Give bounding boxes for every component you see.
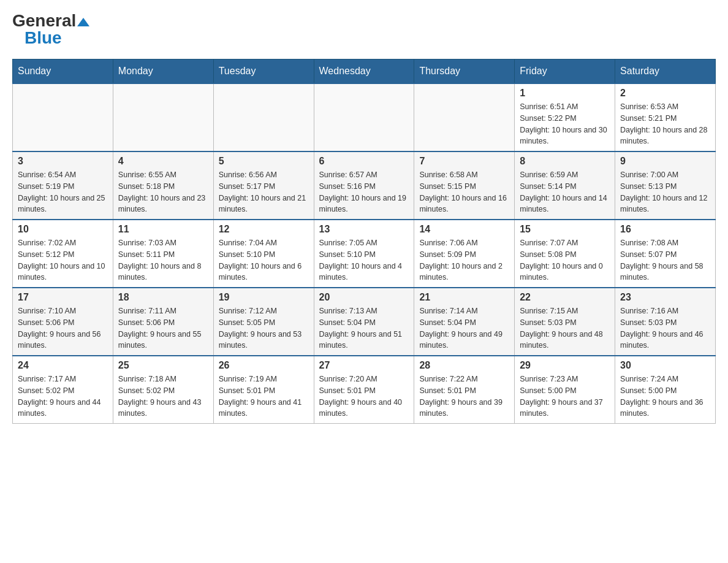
- calendar-cell-5-1: 24Sunrise: 7:17 AMSunset: 5:02 PMDayligh…: [13, 356, 113, 424]
- calendar-cell-4-5: 21Sunrise: 7:14 AMSunset: 5:04 PMDayligh…: [414, 288, 515, 356]
- day-number: 9: [620, 156, 710, 167]
- calendar-cell-2-1: 3Sunrise: 6:54 AMSunset: 5:19 PMDaylight…: [13, 151, 113, 220]
- calendar-cell-1-5: [414, 83, 515, 151]
- day-info: Sunrise: 7:12 AMSunset: 5:05 PMDaylight:…: [219, 305, 309, 351]
- day-info: Sunrise: 6:57 AMSunset: 5:16 PMDaylight:…: [319, 169, 409, 215]
- weekday-header-monday: Monday: [113, 59, 213, 84]
- day-number: 21: [419, 292, 509, 303]
- day-info: Sunrise: 6:56 AMSunset: 5:17 PMDaylight:…: [219, 169, 309, 215]
- day-number: 22: [520, 292, 610, 303]
- day-info: Sunrise: 7:07 AMSunset: 5:08 PMDaylight:…: [520, 237, 610, 283]
- weekday-header-sunday: Sunday: [13, 59, 113, 84]
- calendar-cell-2-7: 9Sunrise: 7:00 AMSunset: 5:13 PMDaylight…: [615, 151, 716, 220]
- day-number: 26: [219, 360, 309, 371]
- day-info: Sunrise: 7:13 AMSunset: 5:04 PMDaylight:…: [319, 305, 409, 351]
- day-number: 29: [520, 360, 610, 371]
- calendar-cell-1-2: [113, 83, 213, 151]
- day-number: 20: [319, 292, 409, 303]
- calendar-cell-5-6: 29Sunrise: 7:23 AMSunset: 5:00 PMDayligh…: [515, 356, 615, 424]
- day-number: 5: [219, 156, 309, 167]
- day-info: Sunrise: 7:02 AMSunset: 5:12 PMDaylight:…: [18, 237, 108, 283]
- calendar-cell-4-1: 17Sunrise: 7:10 AMSunset: 5:06 PMDayligh…: [13, 288, 113, 356]
- calendar-cell-3-5: 14Sunrise: 7:06 AMSunset: 5:09 PMDayligh…: [414, 220, 515, 288]
- day-info: Sunrise: 6:54 AMSunset: 5:19 PMDaylight:…: [18, 169, 108, 215]
- calendar-cell-2-2: 4Sunrise: 6:55 AMSunset: 5:18 PMDaylight…: [113, 151, 213, 220]
- week-row-1: 1Sunrise: 6:51 AMSunset: 5:22 PMDaylight…: [13, 83, 716, 151]
- day-number: 13: [319, 224, 409, 235]
- day-info: Sunrise: 7:05 AMSunset: 5:10 PMDaylight:…: [319, 237, 409, 283]
- calendar-cell-5-7: 30Sunrise: 7:24 AMSunset: 5:00 PMDayligh…: [615, 356, 716, 424]
- weekday-header-wednesday: Wednesday: [314, 59, 414, 84]
- weekday-header-row: SundayMondayTuesdayWednesdayThursdayFrid…: [13, 59, 716, 84]
- day-number: 27: [319, 360, 409, 371]
- calendar-cell-4-2: 18Sunrise: 7:11 AMSunset: 5:06 PMDayligh…: [113, 288, 213, 356]
- day-info: Sunrise: 7:11 AMSunset: 5:06 PMDaylight:…: [118, 305, 208, 351]
- day-number: 10: [18, 224, 108, 235]
- logo: General Blue: [12, 12, 89, 47]
- day-info: Sunrise: 7:14 AMSunset: 5:04 PMDaylight:…: [419, 305, 509, 351]
- calendar-table: SundayMondayTuesdayWednesdayThursdayFrid…: [12, 59, 716, 424]
- week-row-5: 24Sunrise: 7:17 AMSunset: 5:02 PMDayligh…: [13, 356, 716, 424]
- day-info: Sunrise: 7:17 AMSunset: 5:02 PMDaylight:…: [18, 373, 108, 419]
- day-number: 23: [620, 292, 710, 303]
- weekday-header-thursday: Thursday: [414, 59, 515, 84]
- weekday-header-tuesday: Tuesday: [213, 59, 314, 84]
- day-info: Sunrise: 7:10 AMSunset: 5:06 PMDaylight:…: [18, 305, 108, 351]
- week-row-4: 17Sunrise: 7:10 AMSunset: 5:06 PMDayligh…: [13, 288, 716, 356]
- day-number: 18: [118, 292, 208, 303]
- page-header: General Blue: [12, 12, 716, 47]
- day-info: Sunrise: 6:59 AMSunset: 5:14 PMDaylight:…: [520, 169, 610, 215]
- weekday-header-friday: Friday: [515, 59, 615, 84]
- day-number: 19: [219, 292, 309, 303]
- calendar-cell-3-6: 15Sunrise: 7:07 AMSunset: 5:08 PMDayligh…: [515, 220, 615, 288]
- calendar-cell-5-3: 26Sunrise: 7:19 AMSunset: 5:01 PMDayligh…: [213, 356, 314, 424]
- day-info: Sunrise: 7:22 AMSunset: 5:01 PMDaylight:…: [419, 373, 509, 419]
- day-info: Sunrise: 6:55 AMSunset: 5:18 PMDaylight:…: [118, 169, 208, 215]
- day-info: Sunrise: 7:08 AMSunset: 5:07 PMDaylight:…: [620, 237, 710, 283]
- calendar-cell-5-2: 25Sunrise: 7:18 AMSunset: 5:02 PMDayligh…: [113, 356, 213, 424]
- calendar-cell-3-3: 12Sunrise: 7:04 AMSunset: 5:10 PMDayligh…: [213, 220, 314, 288]
- day-info: Sunrise: 7:04 AMSunset: 5:10 PMDaylight:…: [219, 237, 309, 283]
- day-number: 24: [18, 360, 108, 371]
- calendar-cell-1-1: [13, 83, 113, 151]
- calendar-cell-4-6: 22Sunrise: 7:15 AMSunset: 5:03 PMDayligh…: [515, 288, 615, 356]
- day-number: 30: [620, 360, 710, 371]
- calendar-cell-4-3: 19Sunrise: 7:12 AMSunset: 5:05 PMDayligh…: [213, 288, 314, 356]
- week-row-2: 3Sunrise: 6:54 AMSunset: 5:19 PMDaylight…: [13, 151, 716, 220]
- logo-blue-text: Blue: [25, 29, 62, 47]
- day-info: Sunrise: 7:24 AMSunset: 5:00 PMDaylight:…: [620, 373, 710, 419]
- day-info: Sunrise: 7:00 AMSunset: 5:13 PMDaylight:…: [620, 169, 710, 215]
- calendar-cell-2-4: 6Sunrise: 6:57 AMSunset: 5:16 PMDaylight…: [314, 151, 414, 220]
- day-number: 1: [520, 88, 610, 99]
- calendar-cell-3-2: 11Sunrise: 7:03 AMSunset: 5:11 PMDayligh…: [113, 220, 213, 288]
- calendar-cell-3-7: 16Sunrise: 7:08 AMSunset: 5:07 PMDayligh…: [615, 220, 716, 288]
- day-number: 11: [118, 224, 208, 235]
- day-info: Sunrise: 7:15 AMSunset: 5:03 PMDaylight:…: [520, 305, 610, 351]
- calendar-cell-3-1: 10Sunrise: 7:02 AMSunset: 5:12 PMDayligh…: [13, 220, 113, 288]
- calendar-cell-2-6: 8Sunrise: 6:59 AMSunset: 5:14 PMDaylight…: [515, 151, 615, 220]
- day-number: 6: [319, 156, 409, 167]
- day-info: Sunrise: 6:51 AMSunset: 5:22 PMDaylight:…: [520, 101, 610, 147]
- day-number: 2: [620, 88, 710, 99]
- day-number: 14: [419, 224, 509, 235]
- day-number: 16: [620, 224, 710, 235]
- calendar-cell-4-7: 23Sunrise: 7:16 AMSunset: 5:03 PMDayligh…: [615, 288, 716, 356]
- logo-general-text: General: [12, 12, 89, 29]
- calendar-cell-2-3: 5Sunrise: 6:56 AMSunset: 5:17 PMDaylight…: [213, 151, 314, 220]
- calendar-cell-5-4: 27Sunrise: 7:20 AMSunset: 5:01 PMDayligh…: [314, 356, 414, 424]
- calendar-cell-1-3: [213, 83, 314, 151]
- calendar-cell-1-7: 2Sunrise: 6:53 AMSunset: 5:21 PMDaylight…: [615, 83, 716, 151]
- day-number: 3: [18, 156, 108, 167]
- calendar-cell-3-4: 13Sunrise: 7:05 AMSunset: 5:10 PMDayligh…: [314, 220, 414, 288]
- day-info: Sunrise: 7:19 AMSunset: 5:01 PMDaylight:…: [219, 373, 309, 419]
- day-info: Sunrise: 7:18 AMSunset: 5:02 PMDaylight:…: [118, 373, 208, 419]
- weekday-header-saturday: Saturday: [615, 59, 716, 84]
- day-info: Sunrise: 6:53 AMSunset: 5:21 PMDaylight:…: [620, 101, 710, 147]
- calendar-cell-2-5: 7Sunrise: 6:58 AMSunset: 5:15 PMDaylight…: [414, 151, 515, 220]
- day-number: 17: [18, 292, 108, 303]
- day-info: Sunrise: 7:23 AMSunset: 5:00 PMDaylight:…: [520, 373, 610, 419]
- week-row-3: 10Sunrise: 7:02 AMSunset: 5:12 PMDayligh…: [13, 220, 716, 288]
- calendar-cell-1-4: [314, 83, 414, 151]
- day-info: Sunrise: 7:16 AMSunset: 5:03 PMDaylight:…: [620, 305, 710, 351]
- day-number: 8: [520, 156, 610, 167]
